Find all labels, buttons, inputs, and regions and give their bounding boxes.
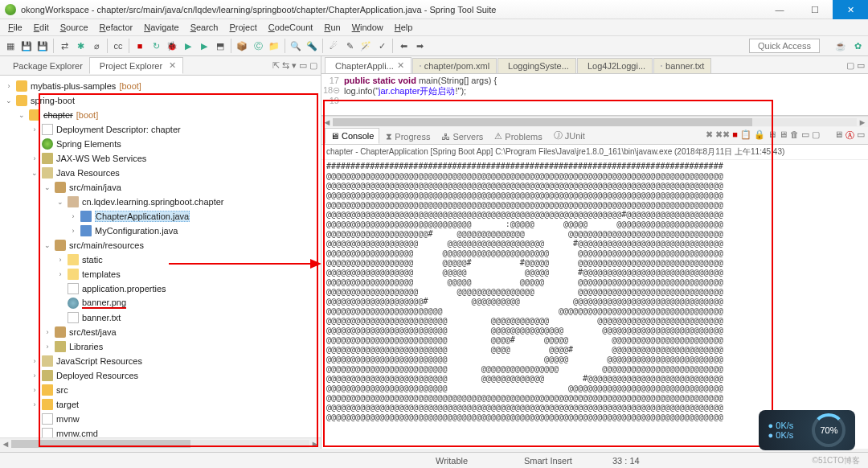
view-tab-servers[interactable]: 🖧Servers [436, 129, 488, 144]
stop-icon[interactable]: ■ [133, 39, 147, 53]
debug-icon[interactable]: ✱ [73, 39, 88, 53]
perspective-java-icon[interactable]: ☕ [833, 39, 848, 53]
tree-twisty-icon[interactable]: › [31, 357, 39, 365]
project-tree[interactable]: ›mybatis-plus-samples [boot]⌄spring-boot… [0, 76, 321, 437]
remove-all-icon[interactable]: ✖✖ [715, 129, 730, 142]
pin-console-icon[interactable]: 📋 [740, 129, 751, 142]
back-icon[interactable]: ⬅ [396, 39, 411, 53]
open-console-icon[interactable]: 🖥 [779, 129, 788, 142]
close-icon[interactable]: ✕ [169, 60, 176, 71]
run-icon[interactable]: ▶ [181, 39, 195, 53]
tab-package-explorer[interactable]: Package Explorer [3, 59, 89, 73]
tree-twisty-icon[interactable]: ⌄ [18, 111, 26, 119]
tree-node[interactable]: ›JavaScript Resources [5, 354, 321, 368]
link-editor-icon[interactable]: ⇆ [282, 60, 289, 71]
maximize-view-icon[interactable]: ▢ [309, 60, 317, 71]
tree-node[interactable]: ⌄src/main/java [5, 180, 321, 195]
open-type-icon[interactable]: 🔍 [289, 39, 303, 53]
menu-file[interactable]: File [3, 21, 27, 34]
tree-node[interactable]: ›Libraries [5, 339, 321, 354]
tree-twisty-icon[interactable]: › [31, 400, 39, 408]
editor-tab[interactable]: chapter/pom.xml [412, 58, 497, 73]
tab-project-explorer[interactable]: Project Explorer✕ [89, 57, 183, 74]
minimize-button[interactable]: — [762, 0, 797, 19]
console-output[interactable]: ########################################… [321, 160, 868, 449]
tree-node[interactable]: ›Deployment Descriptor: chapter [5, 122, 321, 137]
tree-node[interactable]: ›MyConfiguration.java [5, 224, 321, 238]
fwd-icon[interactable]: ➡ [412, 39, 427, 53]
tree-node[interactable]: ⌄chapter [boot] [5, 108, 321, 122]
save-icon[interactable]: 💾 [19, 39, 34, 53]
min-view-icon[interactable]: ▭ [801, 129, 809, 142]
coverage-icon[interactable]: ▶ [197, 39, 211, 53]
menu-project[interactable]: Project [225, 21, 262, 34]
clear-console-icon[interactable]: 🗑 [790, 129, 799, 142]
tree-twisty-icon[interactable]: ⌄ [43, 183, 51, 191]
collapse-all-icon[interactable]: ⇱ [272, 60, 280, 71]
tree-node[interactable]: mvnw [5, 412, 321, 426]
tree-node[interactable]: mvnw.cmd [5, 426, 321, 437]
minimize-view-icon[interactable]: ▭ [299, 60, 307, 71]
maximize-button[interactable]: ☐ [797, 0, 833, 19]
tree-node[interactable]: ›templates [5, 267, 321, 281]
view-tab-problems[interactable]: ⚠Problems [489, 129, 547, 144]
tree-node[interactable]: ⌄Java Resources [5, 166, 321, 180]
menu-navigate[interactable]: Navigate [139, 21, 183, 34]
save-all-icon[interactable]: 💾 [35, 39, 50, 53]
editor-tab[interactable]: ChapterAppli... ✕ [325, 57, 411, 73]
h-scrollbar[interactable]: ◄ ► [0, 437, 321, 449]
new-icon[interactable]: ▦ [3, 39, 18, 53]
p2-icon[interactable]: Ⓐ [845, 129, 854, 142]
maximize-editor-icon[interactable]: ▢ [846, 60, 854, 71]
close-icon[interactable]: ✕ [397, 60, 404, 71]
new-pkg-icon[interactable]: 📦 [235, 39, 249, 53]
tree-twisty-icon[interactable]: › [56, 270, 64, 278]
view-tab-console[interactable]: 🖥Console [325, 128, 379, 144]
tree-twisty-icon[interactable]: ⌄ [43, 241, 51, 249]
bug-icon[interactable]: 🐞 [165, 39, 179, 53]
close-button[interactable]: ✕ [833, 0, 868, 19]
show-console-icon[interactable]: 🖥 [768, 129, 776, 142]
skip-icon[interactable]: ⌀ [89, 39, 104, 53]
tree-twisty-icon[interactable]: › [69, 212, 77, 220]
view-tab-junit[interactable]: ⒿJUnit [549, 127, 590, 144]
quick-access[interactable]: Quick Access [749, 39, 820, 53]
view-tab-progress[interactable]: ⧗Progress [381, 129, 435, 144]
tree-twisty-icon[interactable]: › [31, 386, 39, 394]
p1-icon[interactable]: 🖥 [834, 129, 843, 142]
tree-twisty-icon[interactable]: › [69, 227, 77, 235]
wand2-icon[interactable]: 🪄 [358, 39, 373, 53]
task-icon[interactable]: ✓ [375, 39, 389, 53]
menu-help[interactable]: Help [390, 21, 418, 34]
new-folder-icon[interactable]: 📁 [267, 39, 281, 53]
tree-node[interactable]: Spring Elements [5, 137, 321, 151]
tree-node[interactable]: application.properties [5, 281, 321, 296]
editor-tab[interactable]: LoggingSyste... [497, 58, 576, 73]
menu-refactor[interactable]: Refactor [95, 21, 138, 34]
wand-icon[interactable]: ✎ [342, 39, 357, 53]
scroll-lock-icon[interactable]: 🔒 [754, 129, 765, 142]
tree-twisty-icon[interactable]: › [43, 328, 51, 336]
perspective-spring-icon[interactable]: ✿ [850, 39, 865, 53]
tree-twisty-icon[interactable]: › [56, 256, 64, 264]
editor-body[interactable]: 1718⊝19 public static void main(String[]… [321, 74, 868, 116]
tree-twisty-icon[interactable]: ⌄ [5, 96, 13, 105]
tree-twisty-icon[interactable]: ⌄ [56, 198, 64, 206]
tree-node[interactable]: banner.txt [5, 310, 321, 325]
tree-twisty-icon[interactable]: › [31, 154, 39, 162]
tree-node[interactable]: ⌄src/main/resources [5, 238, 321, 252]
tree-node[interactable]: ›Deployed Resources [5, 368, 321, 383]
relaunch-icon[interactable]: ↻ [149, 39, 163, 53]
new-class-icon[interactable]: Ⓒ [251, 39, 265, 53]
tree-node[interactable]: ›src/test/java [5, 325, 321, 339]
tree-node[interactable]: ⌄spring-boot [5, 93, 321, 108]
editor-tab[interactable]: Log4J2Loggi... [577, 58, 653, 73]
switch-icon[interactable]: ⇄ [57, 39, 72, 53]
tree-node[interactable]: ›static [5, 252, 321, 267]
ext-icon[interactable]: ⬒ [213, 39, 227, 53]
tree-node[interactable]: ›target [5, 397, 321, 412]
menu-source[interactable]: Source [55, 21, 93, 34]
count-icon[interactable]: cc [111, 39, 125, 53]
terminate-icon[interactable]: ■ [732, 129, 738, 142]
tree-twisty-icon[interactable]: › [31, 372, 39, 380]
